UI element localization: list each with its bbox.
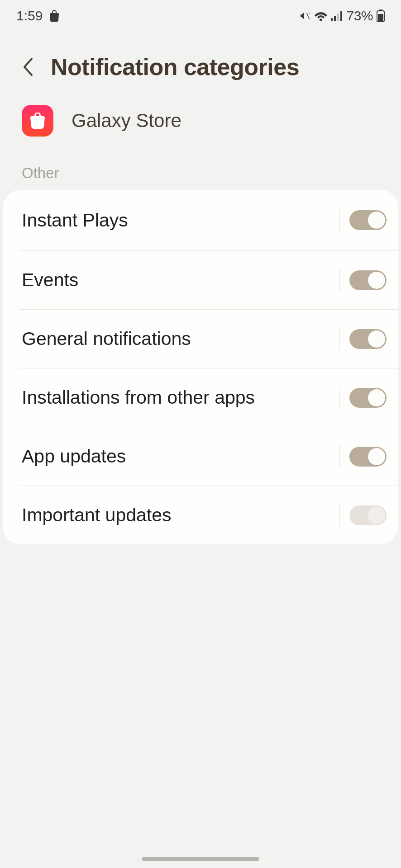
row-app-updates[interactable]: App updates (19, 427, 398, 486)
svg-rect-7 (378, 14, 383, 21)
svg-rect-4 (340, 11, 342, 21)
svg-rect-3 (337, 14, 339, 21)
battery-percent: 73% (346, 8, 373, 24)
back-icon[interactable] (22, 57, 35, 77)
toggle-general-notifications[interactable] (349, 329, 387, 349)
app-row[interactable]: Galaxy Store (0, 97, 401, 150)
row-controls (339, 445, 387, 468)
divider (339, 328, 340, 350)
row-controls (339, 209, 387, 231)
bag-icon (49, 10, 60, 22)
row-important-updates[interactable]: Important updates (19, 486, 398, 544)
battery-icon (377, 9, 385, 22)
svg-text:6: 6 (322, 11, 325, 15)
divider (339, 387, 340, 409)
status-time: 1:59 (16, 8, 43, 24)
row-controls (339, 387, 387, 409)
row-label: General notifications (22, 328, 339, 349)
mute-vibrate-icon (299, 10, 311, 21)
galaxy-store-icon (22, 105, 53, 137)
divider (339, 504, 340, 527)
toggle-app-updates[interactable] (349, 447, 387, 467)
toggle-instant-plays[interactable] (349, 210, 387, 230)
status-right: 6 73% (299, 8, 385, 24)
row-label: Instant Plays (22, 210, 339, 231)
row-installations-other-apps[interactable]: Installations from other apps (19, 368, 398, 427)
category-card: Instant Plays Events General notificatio… (3, 190, 398, 544)
app-name: Galaxy Store (72, 110, 181, 132)
row-label: Events (22, 269, 339, 291)
status-bar: 1:59 6 73% (0, 0, 401, 32)
toggle-events[interactable] (349, 270, 387, 290)
row-instant-plays[interactable]: Instant Plays (3, 190, 398, 250)
status-left: 1:59 (16, 8, 60, 24)
row-label: App updates (22, 446, 339, 467)
svg-rect-1 (331, 18, 333, 21)
wifi-icon: 6 (315, 11, 327, 21)
row-label: Important updates (22, 505, 339, 526)
header: Notification categories (0, 32, 401, 97)
section-label-other: Other (0, 150, 401, 190)
row-controls (339, 328, 387, 350)
divider (339, 209, 340, 231)
row-controls (339, 504, 387, 527)
svg-rect-2 (334, 16, 336, 21)
row-events[interactable]: Events (19, 250, 398, 309)
row-label: Installations from other apps (22, 387, 339, 408)
row-general-notifications[interactable]: General notifications (19, 309, 398, 368)
toggle-important-updates[interactable] (349, 505, 387, 525)
signal-icon (331, 11, 343, 21)
divider (339, 445, 340, 468)
toggle-installations-other-apps[interactable] (349, 388, 387, 408)
nav-indicator[interactable] (142, 857, 259, 861)
divider (339, 269, 340, 292)
row-controls (339, 269, 387, 292)
page-title: Notification categories (51, 53, 299, 80)
